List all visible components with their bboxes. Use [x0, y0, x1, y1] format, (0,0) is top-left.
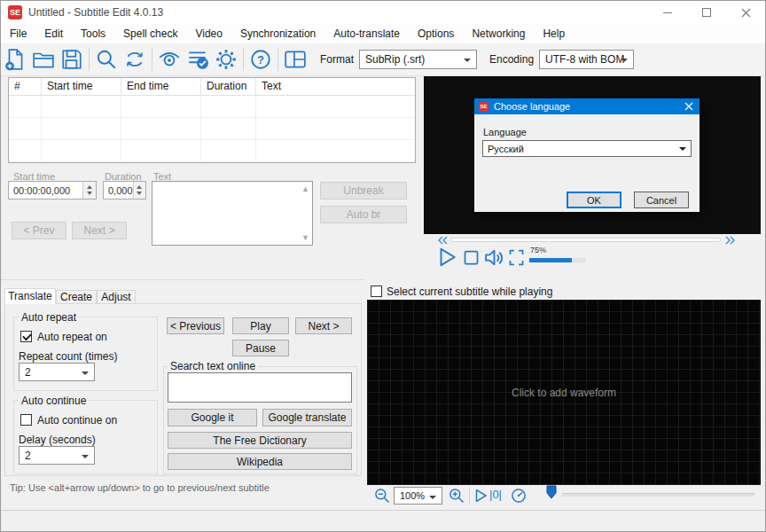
format-value: SubRip (.srt) [365, 53, 425, 66]
waveform-zoom-in-button[interactable] [448, 487, 465, 507]
find-button[interactable] [92, 46, 121, 73]
menu-synchronization[interactable]: Synchronization [231, 27, 324, 40]
column-start-time[interactable]: Start time [42, 78, 121, 95]
menu-tools[interactable]: Tools [72, 27, 114, 40]
gear-icon [215, 48, 238, 71]
previous-button[interactable]: < Previous [167, 317, 224, 334]
maximize-button[interactable] [687, 1, 726, 24]
tip-text: Tip: Use <alt+arrow up/down> to go to pr… [10, 482, 270, 493]
menu-auto-translate[interactable]: Auto-translate [324, 27, 409, 40]
seek-back-icon[interactable] [437, 236, 449, 245]
settings-button[interactable] [212, 46, 240, 73]
grid-line [41, 96, 42, 162]
google-translate-button[interactable]: Google translate [262, 409, 352, 426]
new-file-button[interactable] [1, 46, 29, 73]
play-icon [473, 488, 489, 504]
start-time-input[interactable]: 00:00:00,000 [8, 181, 97, 200]
waveform-position-slider[interactable] [562, 493, 754, 497]
open-file-button[interactable] [29, 46, 58, 73]
auto-repeat-checkbox-label[interactable]: Auto repeat on [37, 331, 107, 343]
volume-slider[interactable] [529, 258, 586, 262]
dialog-titlebar[interactable]: SE Choose language [474, 98, 700, 114]
subtitle-text-input[interactable] [152, 182, 312, 245]
waveform-zoom-select[interactable]: 100% [394, 487, 442, 505]
format-select[interactable]: SubRip (.srt) [359, 50, 477, 69]
waveform-position-marker[interactable] [545, 485, 558, 503]
auto-continue-checkbox[interactable] [20, 414, 32, 426]
column-number[interactable]: # [9, 78, 42, 95]
dialog-close-button[interactable] [684, 102, 693, 111]
auto-br-button[interactable]: Auto br [320, 206, 407, 223]
encoding-select[interactable]: UTF-8 with BOM [539, 50, 634, 69]
language-select[interactable]: Русский [482, 140, 692, 157]
cancel-button[interactable]: Cancel [634, 192, 689, 208]
playback-speed-button[interactable] [510, 487, 528, 507]
waveform-play-button[interactable] [473, 488, 489, 506]
subtitle-text-area[interactable]: ▲ ▼ [152, 181, 313, 246]
close-button[interactable] [726, 1, 765, 24]
layout-button[interactable] [281, 46, 309, 73]
chevron-down-icon [82, 455, 89, 458]
menu-video[interactable]: Video [186, 27, 231, 40]
google-it-button[interactable]: Google it [168, 409, 257, 426]
panel-divider [1, 279, 364, 280]
waveform-placeholder[interactable]: Click to add waveform [512, 387, 616, 399]
go-to-zero-button[interactable]: |0| [489, 488, 502, 501]
wikipedia-button[interactable]: Wikipedia [168, 453, 352, 470]
start-time-value: 00:00:00,000 [9, 185, 82, 196]
play-button[interactable] [435, 246, 458, 271]
pause-button[interactable]: Pause [232, 340, 289, 356]
save-file-button[interactable] [58, 46, 86, 73]
menu-networking[interactable]: Networking [463, 27, 534, 40]
scroll-down-icon[interactable]: ▼ [301, 233, 309, 242]
repeat-count-label: Repeat count (times) [19, 350, 117, 363]
tab-adjust[interactable]: Adjust [97, 290, 136, 304]
tab-translate[interactable]: Translate [4, 288, 56, 304]
column-text[interactable]: Text [256, 78, 415, 95]
help-button[interactable]: ? [246, 46, 275, 73]
select-current-subtitle-checkbox[interactable] [371, 286, 382, 297]
column-duration[interactable]: Duration [201, 78, 256, 95]
minimize-button[interactable] [648, 1, 687, 24]
app-logo-icon: SE [479, 102, 489, 112]
subtitle-list[interactable]: # Start time End time Duration Text [8, 77, 416, 163]
stop-button[interactable] [462, 248, 481, 270]
delay-select[interactable]: 2 [19, 446, 95, 465]
help-icon: ? [249, 48, 272, 71]
tab-create[interactable]: Create [56, 290, 97, 304]
play-text-button[interactable]: Play [232, 317, 289, 334]
scroll-up-icon[interactable]: ▲ [301, 184, 309, 193]
next-subtitle-button[interactable]: Next > [72, 222, 127, 239]
prev-subtitle-button[interactable]: < Prev [12, 222, 66, 239]
menu-help[interactable]: Help [534, 27, 574, 40]
save-icon [60, 48, 83, 71]
mute-button[interactable] [483, 246, 505, 271]
spinner-buttons[interactable] [133, 182, 145, 199]
column-end-time[interactable]: End time [121, 78, 201, 95]
menu-file[interactable]: File [1, 27, 35, 40]
duration-input[interactable]: 0,000 [103, 181, 146, 200]
search-text-input[interactable] [168, 372, 352, 403]
repeat-count-select[interactable]: 2 [19, 363, 95, 381]
menu-edit[interactable]: Edit [35, 27, 72, 40]
waveform-area[interactable]: Click to add waveform [367, 300, 761, 485]
waveform-zoom-out-button[interactable] [373, 487, 391, 507]
replace-button[interactable] [121, 46, 149, 73]
free-dictionary-button[interactable]: The Free Dictionary [168, 432, 352, 449]
menu-options[interactable]: Options [409, 27, 463, 40]
visual-sync-button[interactable] [155, 46, 184, 73]
ok-button[interactable]: OK [567, 192, 621, 208]
next-button[interactable]: Next > [295, 317, 352, 334]
seek-forward-icon[interactable] [724, 236, 736, 245]
chevron-down-icon [429, 496, 436, 499]
subtitle-list-body[interactable] [9, 96, 415, 162]
spell-check-button[interactable] [184, 46, 212, 73]
video-seekbar[interactable] [450, 238, 721, 242]
menu-spell-check[interactable]: Spell check [114, 27, 186, 40]
auto-repeat-checkbox[interactable] [20, 331, 32, 342]
unbreak-button[interactable]: Unbreak [320, 182, 407, 200]
auto-continue-checkbox-label[interactable]: Auto continue on [37, 414, 117, 426]
select-current-subtitle-label[interactable]: Select current subtitle while playing [387, 286, 552, 298]
fullscreen-button[interactable] [507, 248, 526, 270]
spinner-buttons[interactable] [82, 182, 96, 199]
